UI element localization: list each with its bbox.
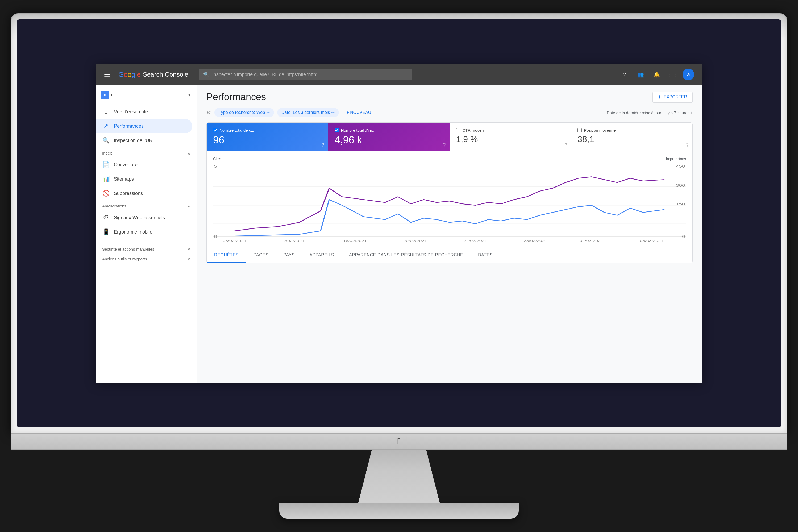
chart-wrapper: 5 0 450 300 150 0	[213, 163, 686, 242]
search-console-text: Search Console	[143, 71, 188, 78]
page-title: Performances	[206, 92, 266, 103]
ameliorations-collapse-arrow: ∧	[188, 204, 190, 208]
metric-position-value: 38,1	[577, 135, 686, 144]
apps-icon-btn[interactable]: ⋮⋮	[667, 69, 678, 80]
metric-position-info-icon: ?	[686, 142, 689, 148]
sidebar-item-suppressions[interactable]: 🚫 Suppressions	[96, 186, 192, 201]
help-icon: ?	[623, 72, 626, 78]
monitor-stand-base	[279, 503, 519, 519]
export-label: EXPORTER	[664, 95, 687, 99]
content-header: Performances ⬇ EXPORTER	[206, 92, 693, 103]
add-new-filter-button[interactable]: + NOUVEAU	[342, 108, 375, 117]
metric-impressions-checkbox[interactable]	[335, 128, 339, 132]
tab-requetes[interactable]: REQUÊTES	[207, 248, 246, 263]
search-icon: 🔍	[203, 72, 209, 77]
sidebar-item-url-inspection[interactable]: 🔍 Inspection de l'URL	[96, 133, 192, 148]
filters-bar: ⚙ Type de recherche: Web ✏ Date: Les 3 d…	[206, 108, 693, 117]
help-icon-btn[interactable]: ?	[619, 69, 630, 80]
svg-text:24/02/2021: 24/02/2021	[464, 239, 487, 242]
metric-card-impressions[interactable]: Nombre total d'im... 4,96 k ?	[328, 122, 450, 151]
add-new-filter-label: + NOUVEAU	[346, 110, 371, 115]
anciens-section-header[interactable]: Anciens outils et rapports ∨	[96, 253, 196, 263]
securite-section-header[interactable]: Sécurité et actions manuelles ∨	[96, 242, 196, 253]
sidebar-item-overview[interactable]: ⌂ Vue d'ensemble	[96, 104, 192, 119]
clics-line	[234, 200, 664, 236]
sidebar-item-sitemaps[interactable]: 📊 Sitemaps	[96, 172, 192, 186]
mac-monitor: ☰ Google Search Console 🔍 Inspecter n'im…	[11, 13, 787, 519]
search-input-text: Inspecter n'importe quelle URL de 'https…	[212, 72, 407, 77]
sidebar: c c ▼ ⌂ Vue d'ensemble ↗	[96, 85, 197, 383]
tab-dates[interactable]: DATES	[471, 248, 500, 263]
sidebar-sitemaps-label: Sitemaps	[114, 176, 134, 182]
sidebar-item-signaux-web[interactable]: ⏱ Signaux Web essentiels	[96, 210, 192, 225]
sidebar-url-label: Inspection de l'URL	[114, 138, 155, 144]
site-logo: c	[101, 91, 109, 99]
metric-card-ctr[interactable]: CTR moyen 1,9 % ?	[450, 122, 571, 151]
anciens-collapse-arrow: ∨	[188, 257, 190, 261]
filter-chip-search-type-edit-icon: ✏	[267, 110, 270, 115]
sidebar-item-performances[interactable]: ↗ Performances	[96, 119, 192, 133]
metric-ctr-checkbox[interactable]	[456, 128, 460, 132]
google-letter-g: Google	[118, 71, 141, 79]
people-icon: 👥	[637, 71, 644, 78]
metric-card-position[interactable]: Position moyenne 38,1 ?	[571, 122, 692, 151]
notifications-icon-btn[interactable]: 🔔	[651, 69, 662, 80]
metric-clics-label: Nombre total de c...	[220, 128, 254, 132]
metric-impressions-value: 4,96 k	[335, 135, 443, 146]
securite-section-title: Sécurité et actions manuelles	[102, 247, 154, 251]
sidebar-item-couverture[interactable]: 📄 Couverture	[96, 157, 192, 172]
svg-text:300: 300	[676, 183, 685, 188]
svg-text:04/03/2021: 04/03/2021	[580, 239, 603, 242]
share-icon-btn[interactable]: 👥	[635, 69, 646, 80]
sidebar-item-ergonomie[interactable]: 📱 Ergonomie mobile	[96, 225, 192, 239]
anciens-section-title: Anciens outils et rapports	[102, 257, 147, 261]
suppressions-icon: 🚫	[102, 190, 110, 197]
metric-impressions-checkbox-row: Nombre total d'im...	[335, 128, 443, 132]
metrics-row: Nombre total de c... 96 ? Nombre t	[207, 122, 692, 151]
metric-clics-checkbox[interactable]	[213, 128, 217, 132]
site-initial: c	[104, 93, 107, 97]
main-content: c c ▼ ⌂ Vue d'ensemble ↗	[96, 85, 702, 383]
metric-impressions-info-icon: ?	[443, 142, 445, 148]
hamburger-icon[interactable]: ☰	[104, 70, 110, 79]
tab-pages[interactable]: PAGES	[246, 248, 276, 263]
nav-icons: ? 👥 🔔 ⋮⋮ a	[619, 69, 694, 80]
metric-ctr-label: CTR moyen	[462, 128, 484, 132]
sitemaps-icon: 📊	[102, 175, 110, 183]
metric-ctr-value: 1,9 %	[456, 135, 565, 144]
chart-axis-labels: Clics Impressions	[213, 157, 686, 161]
monitor-chin: 	[11, 434, 787, 450]
tab-appareils[interactable]: APPAREILS	[302, 248, 342, 263]
home-icon: ⌂	[102, 108, 110, 115]
update-info: Date de la dernière mise à jour : il y a…	[607, 110, 693, 115]
metric-clics-info-icon: ?	[322, 142, 324, 148]
metric-ctr-info-icon: ?	[565, 142, 567, 148]
metric-position-label: Position moyenne	[584, 128, 615, 132]
export-button[interactable]: ⬇ EXPORTER	[652, 92, 693, 103]
search-bar[interactable]: 🔍 Inspecter n'importe quelle URL de 'htt…	[199, 69, 412, 80]
chart-left-label: Clics	[213, 157, 221, 161]
filter-chip-date-edit-icon: ✏	[331, 110, 335, 115]
tab-apparence[interactable]: APPARENCE DANS LES RÉSULTATS DE RECHERCH…	[342, 248, 471, 263]
metric-position-checkbox-row: Position moyenne	[577, 128, 686, 132]
bell-icon: 🔔	[653, 71, 660, 78]
index-section-header[interactable]: Index ∧	[96, 148, 196, 157]
chart-area: Clics Impressions	[207, 151, 692, 248]
ameliorations-section-title: Améliorations	[102, 204, 126, 208]
impressions-line	[234, 177, 664, 231]
filter-icon: ⚙	[206, 109, 211, 116]
tabs-row: REQUÊTES PAGES PAYS APPAREILS APPARENCE …	[207, 248, 692, 263]
app-container: ☰ Google Search Console 🔍 Inspecter n'im…	[96, 64, 702, 383]
filter-chip-search-type[interactable]: Type de recherche: Web ✏	[214, 108, 274, 117]
ameliorations-section-header[interactable]: Améliorations ∧	[96, 201, 196, 210]
site-selector[interactable]: c c ▼	[96, 88, 196, 102]
site-dropdown-arrow[interactable]: ▼	[188, 93, 191, 97]
user-avatar[interactable]: a	[683, 69, 694, 80]
tab-pays[interactable]: PAYS	[276, 248, 302, 263]
metric-position-checkbox[interactable]	[577, 128, 582, 132]
site-name-text: c	[111, 93, 185, 97]
metric-card-clics[interactable]: Nombre total de c... 96 ?	[207, 122, 328, 151]
screen-background: ☰ Google Search Console 🔍 Inspecter n'im…	[17, 19, 781, 428]
svg-text:0: 0	[214, 234, 217, 239]
filter-chip-date[interactable]: Date: Les 3 derniers mois ✏	[277, 108, 339, 117]
